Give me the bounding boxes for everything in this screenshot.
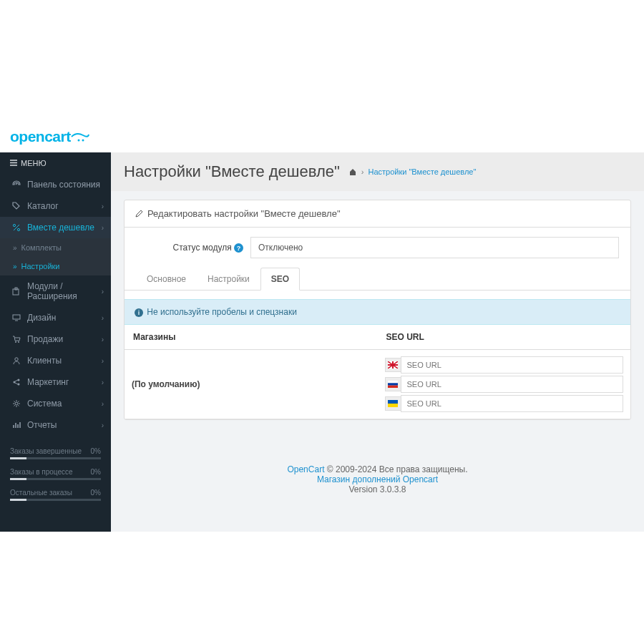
svg-point-8 [18, 341, 19, 343]
sidebar-item-sales[interactable]: Продажи › [0, 328, 111, 350]
gear-icon [10, 399, 23, 408]
sidebar: МЕНЮ Панель состояния Каталог › Вместе д… [0, 152, 111, 532]
sidebar-item-reports[interactable]: Отчеты › [0, 414, 111, 436]
status-label: Статус модуля ? [136, 243, 250, 253]
tab-seo[interactable]: SEO [260, 268, 300, 291]
sidebar-item-label: Настройки [21, 262, 60, 270]
flag-ua-icon [385, 396, 401, 411]
tags-icon [10, 202, 23, 210]
status-select[interactable]: Отключено [250, 237, 619, 258]
chevron-right-icon: › [102, 314, 104, 322]
chevron-right-icon: › [102, 203, 104, 210]
footer-store-link[interactable]: Магазин дополнений Opencart [317, 474, 438, 484]
sidebar-item-label: Продажи [27, 334, 102, 344]
info-alert: i Не используйте пробелы и спецзнаки [125, 299, 630, 325]
chevron-right-icon: › [102, 379, 104, 386]
svg-rect-16 [388, 383, 398, 385]
sidebar-item-label: Модули / Расширения [27, 281, 102, 301]
sidebar-item-label: Маркетинг [27, 377, 102, 387]
tab-settings[interactable]: Настройки [197, 268, 260, 291]
col-url: SEO URL [378, 325, 631, 350]
sidebar-subitem-settings[interactable]: »Настройки [0, 257, 111, 275]
footer: OpenCart © 2009-2024 Все права защищены.… [111, 463, 644, 496]
dashboard-icon [10, 180, 23, 189]
sidebar-item-label: Клиенты [27, 356, 102, 366]
flag-ru-icon [385, 377, 401, 391]
panel-header: Редактировать настройки "Вместе дешевле" [125, 200, 630, 228]
chevron-right-icon: › [102, 224, 104, 232]
home-icon[interactable] [348, 167, 357, 176]
breadcrumb: › Настройки "Вместе дешевле" [348, 167, 477, 176]
seo-url-input-ua[interactable] [401, 395, 624, 412]
stat-value: 0% [91, 489, 101, 497]
sidebar-item-label: Отчеты [27, 420, 102, 430]
sidebar-item-marketing[interactable]: Маркетинг › [0, 371, 111, 393]
info-icon: i [135, 308, 143, 317]
share-icon [10, 378, 23, 386]
sidebar-item-design[interactable]: Дизайн › [0, 307, 111, 328]
logo[interactable]: opencart [0, 120, 111, 152]
sidebar-item-together-cheaper[interactable]: Вместе дешевле › [0, 217, 111, 238]
sidebar-item-label: Дизайн [27, 313, 102, 323]
seo-table: Магазины SEO URL (По умолчанию) [125, 325, 630, 419]
flag-gb-icon [385, 358, 401, 372]
order-stats: Заказы завершенные0% Заказы в процессе0%… [0, 436, 111, 501]
user-icon [10, 356, 23, 365]
svg-rect-17 [388, 386, 398, 388]
sidebar-item-catalog[interactable]: Каталог › [0, 195, 111, 217]
bars-icon [10, 160, 19, 166]
arrow-icon: » [13, 263, 17, 270]
stat-label: Заказы завершенные [10, 447, 82, 455]
sidebar-item-label: Каталог [27, 201, 102, 211]
cart-icon [10, 335, 23, 343]
footer-brand-link[interactable]: OpenCart [287, 464, 324, 474]
sidebar-item-label: Комплекты [21, 243, 62, 252]
svg-point-1 [82, 139, 84, 141]
settings-panel: Редактировать настройки "Вместе дешевле"… [124, 200, 631, 420]
stat-value: 0% [91, 468, 101, 476]
pencil-icon [135, 210, 143, 218]
puzzle-icon [10, 287, 23, 296]
seo-url-input-ru[interactable] [401, 376, 624, 393]
svg-point-13 [15, 402, 18, 405]
stat-label: Остальные заказы [10, 489, 72, 497]
chevron-right-icon: › [102, 357, 104, 365]
footer-version: Version 3.0.3.8 [111, 484, 644, 494]
sidebar-item-label: Система [27, 399, 102, 409]
arrow-icon: » [13, 244, 17, 252]
stat-value: 0% [91, 447, 101, 455]
svg-point-7 [15, 341, 16, 343]
svg-rect-6 [13, 315, 20, 319]
stat-label: Заказы в процессе [10, 468, 73, 476]
sidebar-item-label: Панель состояния [27, 180, 104, 190]
svg-rect-15 [388, 381, 398, 383]
page-title: Настройки "Вместе дешевле" [124, 162, 340, 181]
svg-point-2 [13, 224, 15, 226]
chevron-right-icon: › [102, 421, 104, 429]
chart-icon [10, 421, 23, 429]
percent-icon [10, 223, 23, 232]
sidebar-subitem-kits[interactable]: »Комплекты [0, 238, 111, 257]
svg-rect-19 [388, 404, 398, 407]
svg-rect-18 [388, 400, 398, 404]
svg-point-3 [17, 228, 19, 230]
seo-url-input-gb[interactable] [401, 356, 624, 374]
page-header: Настройки "Вместе дешевле" › Настройки "… [111, 152, 644, 191]
monitor-icon [10, 313, 23, 322]
sidebar-item-label: Вместе дешевле [27, 223, 102, 233]
chevron-right-icon: › [102, 336, 104, 343]
store-default-label: (По умолчанию) [125, 350, 378, 419]
help-icon[interactable]: ? [234, 243, 243, 253]
sidebar-item-extensions[interactable]: Модули / Расширения › [0, 275, 111, 307]
svg-point-9 [15, 358, 18, 361]
chevron-right-icon: › [102, 400, 104, 408]
sidebar-item-system[interactable]: Система › [0, 393, 111, 414]
sidebar-item-dashboard[interactable]: Панель состояния [0, 174, 111, 195]
chevron-right-icon: › [102, 288, 104, 296]
menu-header: МЕНЮ [0, 152, 111, 174]
breadcrumb-link[interactable]: Настройки "Вместе дешевле" [368, 167, 476, 176]
tab-main[interactable]: Основное [136, 268, 197, 291]
col-stores: Магазины [125, 325, 378, 350]
svg-point-0 [77, 139, 79, 141]
sidebar-item-customers[interactable]: Клиенты › [0, 350, 111, 371]
